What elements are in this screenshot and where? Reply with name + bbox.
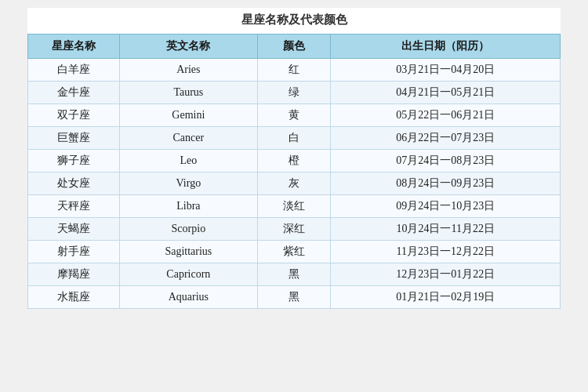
cell-zh-name: 巨蟹座: [28, 127, 120, 150]
cell-color: 橙: [257, 150, 331, 172]
page-title: 星座名称及代表颜色: [27, 8, 561, 34]
table-row: 金牛座Taurus绿04月21日一05月21日: [28, 82, 561, 104]
cell-color: 黄: [257, 104, 331, 127]
cell-date: 06月22日一07月23日: [331, 127, 561, 150]
header-color: 颜色: [257, 34, 331, 59]
table-row: 狮子座Leo橙07月24日一08月23日: [28, 150, 561, 172]
cell-date: 09月24日一10月23日: [331, 195, 561, 218]
cell-en-name: Capricorn: [120, 263, 258, 286]
table-row: 水瓶座Aquarius黑01月21日一02月19日: [28, 286, 561, 309]
table-row: 白羊座Aries红03月21日一04月20日: [28, 59, 561, 82]
cell-color: 绿: [257, 82, 331, 104]
header-date: 出生日期（阳历）: [331, 34, 561, 59]
table-row: 天秤座Libra淡红09月24日一10月23日: [28, 195, 561, 218]
cell-zh-name: 狮子座: [28, 150, 120, 172]
cell-date: 07月24日一08月23日: [331, 150, 561, 172]
table-row: 摩羯座Capricorn黑12月23日一01月22日: [28, 263, 561, 286]
cell-date: 05月22日一06月21日: [331, 104, 561, 127]
cell-color: 紫红: [257, 241, 331, 263]
table-row: 处女座Virgo灰08月24日一09月23日: [28, 172, 561, 195]
table-row: 天蝎座Scorpio深红10月24日一11月22日: [28, 218, 561, 241]
cell-zh-name: 金牛座: [28, 82, 120, 104]
cell-date: 12月23日一01月22日: [331, 263, 561, 286]
cell-en-name: Cancer: [120, 127, 258, 150]
cell-en-name: Taurus: [120, 82, 258, 104]
zodiac-table: 星座名称 英文名称 颜色 出生日期（阳历） 白羊座Aries红03月21日一04…: [27, 34, 561, 309]
cell-color: 淡红: [257, 195, 331, 218]
cell-color: 黑: [257, 263, 331, 286]
cell-en-name: Libra: [120, 195, 258, 218]
cell-en-name: Leo: [120, 150, 258, 172]
table-row: 双子座Gemini黄05月22日一06月21日: [28, 104, 561, 127]
table-row: 射手座Sagittarius紫红11月23日一12月22日: [28, 241, 561, 263]
cell-date: 04月21日一05月21日: [331, 82, 561, 104]
cell-date: 03月21日一04月20日: [331, 59, 561, 82]
table-header-row: 星座名称 英文名称 颜色 出生日期（阳历）: [28, 34, 561, 59]
cell-en-name: Sagittarius: [120, 241, 258, 263]
cell-zh-name: 双子座: [28, 104, 120, 127]
cell-zh-name: 天秤座: [28, 195, 120, 218]
cell-en-name: Aries: [120, 59, 258, 82]
header-en-name: 英文名称: [120, 34, 258, 59]
cell-color: 灰: [257, 172, 331, 195]
cell-color: 深红: [257, 218, 331, 241]
table-body: 白羊座Aries红03月21日一04月20日金牛座Taurus绿04月21日一0…: [28, 59, 561, 309]
cell-color: 红: [257, 59, 331, 82]
header-zh-name: 星座名称: [28, 34, 120, 59]
cell-date: 11月23日一12月22日: [331, 241, 561, 263]
cell-date: 01月21日一02月19日: [331, 286, 561, 309]
cell-en-name: Gemini: [120, 104, 258, 127]
cell-en-name: Scorpio: [120, 218, 258, 241]
cell-date: 10月24日一11月22日: [331, 218, 561, 241]
cell-zh-name: 天蝎座: [28, 218, 120, 241]
cell-en-name: Aquarius: [120, 286, 258, 309]
table-row: 巨蟹座Cancer白06月22日一07月23日: [28, 127, 561, 150]
main-container: 星座名称及代表颜色 星座名称 英文名称 颜色 出生日期（阳历） 白羊座Aries…: [27, 8, 561, 309]
cell-date: 08月24日一09月23日: [331, 172, 561, 195]
cell-zh-name: 摩羯座: [28, 263, 120, 286]
cell-en-name: Virgo: [120, 172, 258, 195]
cell-zh-name: 白羊座: [28, 59, 120, 82]
cell-zh-name: 处女座: [28, 172, 120, 195]
cell-zh-name: 水瓶座: [28, 286, 120, 309]
cell-color: 黑: [257, 286, 331, 309]
cell-zh-name: 射手座: [28, 241, 120, 263]
cell-color: 白: [257, 127, 331, 150]
